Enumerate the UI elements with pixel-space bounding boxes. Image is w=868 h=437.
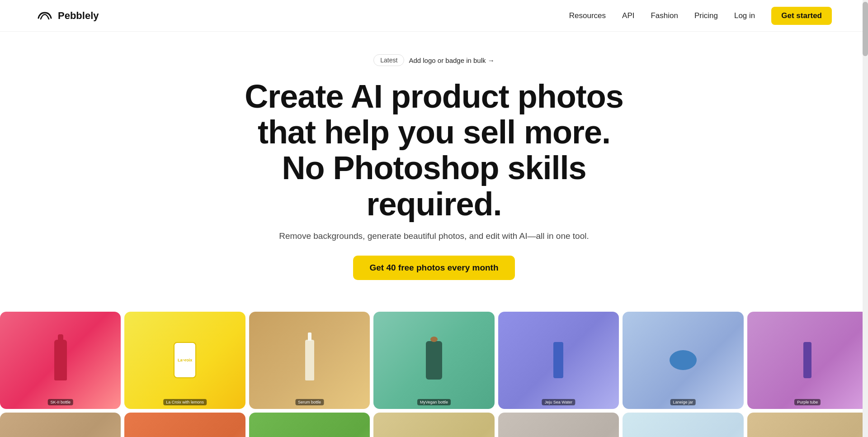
hero-section: Latest Add logo or badge in bulk → Creat… (0, 32, 868, 294)
nav-login[interactable]: Log in (734, 11, 755, 20)
product-image-shoulder: Shoulder (0, 413, 121, 437)
nav-cta-button[interactable]: Get started (771, 7, 832, 25)
product-image-soap: Soap gel douche (249, 413, 370, 437)
myvegan-bottle-shape (426, 341, 442, 380)
product-image-jeju: Jeju Sea Water (498, 312, 619, 409)
hero-badge-link[interactable]: Add logo or badge in bulk → (409, 57, 494, 64)
jeju-label: Jeju Sea Water (542, 399, 575, 405)
serum-label: Serum bottle (295, 399, 324, 405)
nav-fashion[interactable]: Fashion (651, 11, 678, 20)
product-image-serum: Serum bottle (249, 312, 370, 409)
logo-area[interactable]: Pebblely (36, 10, 99, 22)
product-image-laneige: Laneige jar (623, 312, 743, 409)
navbar: Pebblely Resources API Fashion Pricing L… (0, 0, 868, 32)
hero-title-line3: No Photoshop skills required. (282, 150, 586, 222)
hero-title-line1: Create AI product photos (245, 78, 623, 114)
hero-badge: Latest (373, 54, 404, 66)
product-image-ring: Gold ring (373, 413, 494, 437)
hero-title: Create AI product photos that help you s… (231, 79, 637, 222)
product-image-chair: Chair room (623, 413, 743, 437)
image-row-1: SK-II bottle La Croix with lemons Serum … (0, 312, 868, 409)
lacroix-label: La Croix with lemons (163, 399, 207, 405)
purple-tube-shape (803, 342, 811, 378)
lacroix-can-shape (174, 342, 196, 378)
nav-pricing[interactable]: Pricing (694, 11, 718, 20)
product-image-necklace: Necklace (498, 413, 619, 437)
skii-label: SK-II bottle (47, 399, 73, 405)
laneige-label: Laneige jar (670, 399, 696, 405)
scrollbar[interactable] (863, 0, 868, 437)
nav-api[interactable]: API (622, 11, 634, 20)
scrollbar-thumb[interactable] (863, 2, 868, 56)
hero-cta-button[interactable]: Get 40 free photos every month (353, 256, 514, 280)
hero-badge-row: Latest Add logo or badge in bulk → (9, 54, 859, 66)
hero-subtitle: Remove backgrounds, generate beautiful p… (9, 231, 859, 241)
laneige-jar-shape (670, 350, 697, 370)
nav-resources[interactable]: Resources (569, 11, 606, 20)
product-image-skii: SK-II bottle (0, 312, 121, 409)
product-image-myvegan: MyVegan bottle (373, 312, 494, 409)
image-row-2: Shoulder Probiotic Bites Soap gel douche… (0, 413, 868, 437)
product-image-probiotic: Probiotic Bites (124, 413, 245, 437)
myvegan-label: MyVegan bottle (417, 399, 451, 405)
logo-icon (36, 10, 53, 22)
purple-tube-label: Purple tube (794, 399, 821, 405)
product-image-lacroix: La Croix with lemons (124, 312, 245, 409)
serum-bottle-shape (305, 340, 314, 380)
product-image-purple-tube: Purple tube (747, 312, 868, 409)
hero-title-line2: that help you sell more. (258, 114, 610, 150)
image-grid: SK-II bottle La Croix with lemons Serum … (0, 312, 868, 437)
product-image-mate: Mate bottle (747, 413, 868, 437)
skii-bottle-shape (54, 340, 67, 380)
jeju-tube-shape (553, 342, 563, 378)
nav-links: Resources API Fashion Pricing Log in Get… (569, 7, 832, 25)
logo-text: Pebblely (58, 10, 99, 22)
